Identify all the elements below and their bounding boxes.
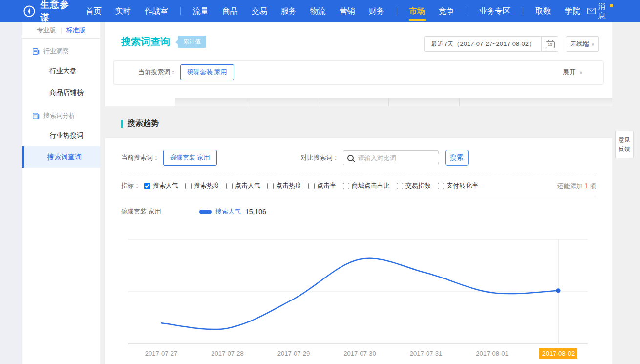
nav-item[interactable]: 物流 xyxy=(303,0,333,22)
version-separator: | xyxy=(60,26,62,34)
nav-item[interactable]: 竞争 xyxy=(432,0,461,22)
nav-item[interactable]: 实时 xyxy=(108,0,138,22)
sidebar-section-label: 行业洞察 xyxy=(43,47,69,56)
version-tab-standard[interactable]: 标准版 xyxy=(66,26,85,35)
current-term-bar: 当前搜索词： 碗碟套装 家用 展开 ∨ xyxy=(113,60,604,85)
compare-term-label: 对比搜索词： xyxy=(301,153,339,162)
sidebar-section-label: 搜索词分析 xyxy=(43,111,75,120)
metric-checkbox-item[interactable]: 点击人气 xyxy=(226,181,260,190)
report-icon xyxy=(33,48,40,55)
metric-checkbox-item[interactable]: 搜索热度 xyxy=(185,181,219,190)
dotted-divider xyxy=(121,172,596,172)
x-axis-label: 2017-07-27 xyxy=(145,350,178,357)
divider xyxy=(121,198,596,198)
metric-label: 商城点击占比 xyxy=(352,181,390,190)
date-range-picker[interactable]: 最近7天（2017-07-27~2017-08-02） 15 xyxy=(424,36,558,52)
search-trend-card: 当前搜索词： 碗碟套装 家用 对比搜索词： 搜索 指标： 搜索人气搜索热度点击人… xyxy=(105,138,612,364)
nav-divider xyxy=(180,7,181,15)
nav-item[interactable]: 作战室 xyxy=(138,0,175,22)
nav-item[interactable]: 首页 xyxy=(79,0,108,22)
add-more-hint: 还能添加1项 xyxy=(557,181,596,191)
search-button[interactable]: 搜索 xyxy=(445,150,469,166)
messages-button[interactable]: 消息 xyxy=(587,2,610,21)
page-header-card: 搜索词查询 累计值 最近7天（2017-07-27~2017-08-02） 15… xyxy=(105,22,612,98)
metric-checkbox-item[interactable]: 点击热度 xyxy=(267,181,301,190)
metric-checkbox[interactable] xyxy=(185,183,192,189)
metric-checkbox-item[interactable]: 商城点击占比 xyxy=(343,181,390,190)
metric-checkbox-item[interactable]: 点击率 xyxy=(308,181,336,190)
nav-item[interactable]: 交易 xyxy=(245,0,274,22)
chevron-down-icon: ∨ xyxy=(591,42,595,47)
sidebar-section-header: 行业洞察 xyxy=(22,39,100,60)
metric-checkbox[interactable] xyxy=(308,183,315,189)
nav-item[interactable]: 学院 xyxy=(558,0,587,22)
compare-term-input[interactable] xyxy=(357,154,445,162)
nav-item[interactable]: 市场 xyxy=(403,0,432,22)
metric-label: 点击热度 xyxy=(276,181,301,190)
version-tab-pro[interactable]: 专业版 xyxy=(37,26,56,35)
current-term-tag[interactable]: 碗碟套装 家用 xyxy=(180,64,234,80)
metric-tab-strip xyxy=(105,98,612,106)
report-icon xyxy=(33,113,40,119)
tab-segment[interactable] xyxy=(388,98,459,106)
metric-checkbox[interactable] xyxy=(343,183,349,189)
nav-item[interactable]: 取数 xyxy=(529,0,558,22)
nav-item[interactable]: 服务 xyxy=(274,0,303,22)
nav-item[interactable]: 流量 xyxy=(186,0,215,22)
nav-item[interactable]: 商品 xyxy=(215,0,245,22)
legend-metric-value: 15,106 xyxy=(245,208,266,215)
chart-legend: 碗碟套装 家用 搜索人气 15,106 xyxy=(121,205,266,218)
tab-segment[interactable] xyxy=(105,98,175,106)
metric-checkbox[interactable] xyxy=(397,183,403,189)
sidebar-item[interactable]: 搜索词查询 xyxy=(22,146,100,168)
messages-label: 消息 xyxy=(598,2,610,21)
metric-checkbox[interactable] xyxy=(267,183,274,189)
tab-segment[interactable] xyxy=(318,98,388,106)
sidebar-item[interactable]: 行业热搜词 xyxy=(22,125,100,146)
section-title-bar xyxy=(121,120,123,128)
nav-item[interactable]: 财务 xyxy=(362,0,391,22)
date-range-text[interactable]: 最近7天（2017-07-27~2017-08-02） xyxy=(424,36,542,52)
metric-label: 点击率 xyxy=(317,181,336,190)
current-term-label: 当前搜索词： xyxy=(121,153,159,162)
tab-segment[interactable] xyxy=(247,98,318,106)
metric-label: 点击人气 xyxy=(235,181,260,190)
left-gutter xyxy=(0,22,22,364)
x-axis-label: 2017-07-29 xyxy=(277,350,310,357)
nav-divider xyxy=(523,7,523,15)
metric-checkbox-item[interactable]: 支付转化率 xyxy=(438,181,478,190)
search-icon xyxy=(347,155,354,161)
brand[interactable]: 生意参谋 xyxy=(23,0,72,24)
metric-checkbox-item[interactable]: 搜索人气 xyxy=(144,181,178,190)
sidebar-item[interactable]: 商品店铺榜 xyxy=(22,82,100,103)
nav-divider xyxy=(467,7,467,15)
feedback-button[interactable]: 意见 反馈 xyxy=(615,131,634,158)
metric-label: 支付转化率 xyxy=(447,181,478,190)
metric-label: 搜索热度 xyxy=(194,181,219,190)
metric-checkbox-item[interactable]: 交易指数 xyxy=(397,181,431,190)
metric-checkbox[interactable] xyxy=(226,183,233,189)
x-axis-label: 2017-07-31 xyxy=(410,350,443,357)
tab-segment[interactable] xyxy=(175,98,247,106)
page-title: 搜索词查询 xyxy=(121,35,170,48)
sidebar-section-header: 搜索词分析 xyxy=(22,103,100,125)
metric-checkbox[interactable] xyxy=(438,183,444,189)
calendar-button[interactable]: 15 xyxy=(542,36,558,52)
metric-label: 交易指数 xyxy=(405,181,431,190)
expand-toggle[interactable]: 展开 ∨ xyxy=(563,68,583,77)
last-point-dot xyxy=(556,288,561,293)
add-more-count: 1 xyxy=(584,181,588,190)
sidebar-item[interactable]: 行业大盘 xyxy=(22,60,100,82)
legend-metric-name: 搜索人气 xyxy=(215,207,241,216)
nav-item[interactable]: 营销 xyxy=(333,0,362,22)
tab-segment[interactable] xyxy=(459,98,612,106)
metric-checkbox[interactable] xyxy=(144,183,150,189)
metrics-label: 指标： xyxy=(121,181,140,190)
x-axis-label: 2017-07-30 xyxy=(343,350,376,357)
nav-item[interactable]: 业务专区 xyxy=(472,0,517,22)
main-content: 搜索词查询 累计值 最近7天（2017-07-27~2017-08-02） 15… xyxy=(105,22,612,364)
calendar-icon: 15 xyxy=(546,41,555,48)
metric-label: 搜索人气 xyxy=(153,181,178,190)
terminal-dropdown[interactable]: 无线端∨ xyxy=(566,36,599,52)
current-term-tag[interactable]: 碗碟套装 家用 xyxy=(163,150,217,166)
